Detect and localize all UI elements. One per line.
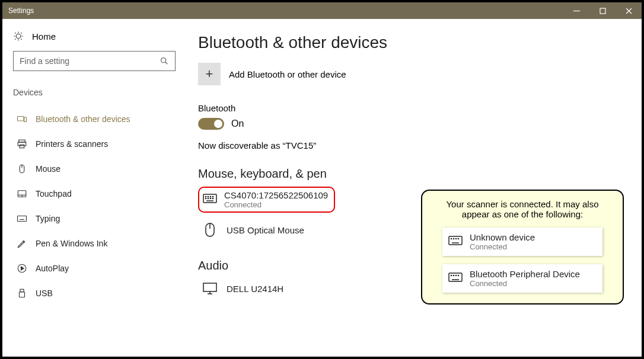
svg-rect-10 <box>18 142 26 146</box>
page-title: Bluetooth & other devices <box>198 33 630 52</box>
svg-point-4 <box>16 34 21 39</box>
svg-point-51 <box>451 275 451 275</box>
window-title: Settings <box>8 7 34 15</box>
svg-rect-7 <box>18 117 24 121</box>
svg-rect-1 <box>600 8 605 14</box>
svg-point-30 <box>210 196 211 197</box>
svg-point-48 <box>458 238 458 239</box>
svg-point-46 <box>453 238 454 239</box>
minimize-button[interactable] <box>563 2 589 19</box>
svg-rect-50 <box>449 273 462 281</box>
keyboard-icon <box>448 273 463 284</box>
svg-point-35 <box>212 198 213 198</box>
svg-rect-25 <box>20 289 24 292</box>
callout-text: Your scanner is connected. It may also a… <box>432 199 613 219</box>
titlebar: Settings <box>2 2 642 19</box>
autoplay-icon <box>17 263 27 274</box>
bluetooth-label: Bluetooth <box>198 103 630 113</box>
mouse-icon <box>202 222 218 238</box>
svg-rect-39 <box>203 283 216 291</box>
toggle-state: On <box>231 118 244 129</box>
svg-rect-26 <box>20 292 25 297</box>
discoverable-text: Now discoverable as “TVC15” <box>198 140 630 150</box>
svg-point-47 <box>455 238 456 239</box>
callout-item: Bluetooth Peripheral Device Connected <box>442 264 602 293</box>
plus-icon: + <box>198 63 221 85</box>
svg-rect-17 <box>18 216 27 222</box>
device-name: CS4070:17256522506109 <box>224 190 328 200</box>
keyboard-icon <box>203 194 217 206</box>
svg-rect-44 <box>449 236 462 245</box>
monitor-icon <box>202 282 218 295</box>
usb-icon <box>17 288 27 299</box>
svg-point-5 <box>161 58 166 63</box>
svg-marker-24 <box>21 267 24 270</box>
nav-bluetooth[interactable]: Bluetooth & other devices <box>13 107 176 132</box>
add-device-button[interactable]: + Add Bluetooth or other device <box>198 63 630 85</box>
search-input[interactable] <box>20 56 160 66</box>
close-button[interactable] <box>616 2 642 19</box>
nav-mouse[interactable]: Mouse <box>13 156 176 181</box>
maximize-button[interactable] <box>589 2 616 19</box>
devices-icon <box>17 114 27 124</box>
search-box[interactable] <box>13 51 176 71</box>
svg-point-28 <box>205 196 206 197</box>
home-link[interactable]: Home <box>13 31 176 41</box>
svg-rect-8 <box>24 117 27 122</box>
nav-pen[interactable]: Pen & Windows Ink <box>13 231 176 256</box>
nav-usb[interactable]: USB <box>13 281 176 306</box>
printer-icon <box>17 139 27 149</box>
svg-point-31 <box>212 196 213 197</box>
annotation-callout: Your scanner is connected. It may also a… <box>421 190 624 304</box>
nav-typing[interactable]: Typing <box>13 206 176 231</box>
svg-rect-11 <box>20 145 24 148</box>
bluetooth-toggle[interactable] <box>198 118 224 130</box>
svg-line-6 <box>165 62 168 65</box>
svg-point-52 <box>453 275 454 275</box>
svg-point-29 <box>208 196 208 197</box>
nav-autoplay[interactable]: AutoPlay <box>13 256 176 281</box>
svg-point-53 <box>455 275 456 275</box>
search-icon <box>160 56 169 66</box>
main-panel: Bluetooth & other devices + Add Bluetoot… <box>186 19 642 357</box>
svg-point-54 <box>458 275 458 275</box>
device-name: USB Optical Mouse <box>227 225 304 235</box>
home-label: Home <box>32 31 56 41</box>
pen-icon <box>17 238 27 249</box>
keyboard-icon <box>448 236 463 248</box>
section-mouse-head: Mouse, keyboard, & pen <box>198 167 630 181</box>
home-icon <box>13 31 24 41</box>
device-name: DELL U2414H <box>227 284 283 294</box>
touchpad-icon <box>17 188 27 199</box>
add-device-label: Add Bluetooth or other device <box>229 69 346 79</box>
nav-touchpad[interactable]: Touchpad <box>13 181 176 206</box>
svg-point-33 <box>208 198 208 198</box>
keyboard-icon <box>17 213 27 224</box>
device-status: Connected <box>224 200 328 209</box>
mouse-icon <box>17 164 27 174</box>
sidebar: Home Devices Bluetooth & other devices P… <box>2 19 186 357</box>
category-label: Devices <box>13 88 176 97</box>
highlighted-device[interactable]: CS4070:17256522506109 Connected <box>198 187 335 213</box>
svg-point-32 <box>205 198 206 198</box>
nav-printers[interactable]: Printers & scanners <box>13 132 176 156</box>
svg-point-45 <box>451 238 451 239</box>
callout-item: Unknown device Connected <box>442 227 602 256</box>
svg-point-34 <box>210 198 211 198</box>
